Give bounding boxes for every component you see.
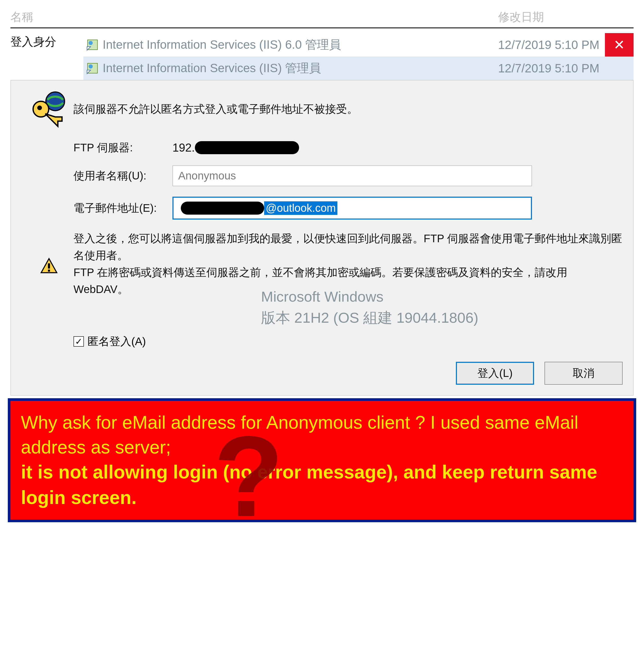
redacted-ip: [195, 141, 299, 154]
list-item-name: Internet Information Services (IIS) 6.0 …: [101, 37, 498, 53]
username-field[interactable]: Anonymous: [172, 165, 532, 186]
email-field[interactable]: @outlook.com: [172, 197, 532, 219]
checkbox-icon: ✓: [73, 336, 84, 347]
close-icon: ✕: [614, 37, 625, 53]
windows-version-watermark: Microsoft Windows 版本 21H2 (OS 組建 19044.1…: [261, 286, 478, 328]
annotation-line2: it is not allowing login (no error messa…: [21, 459, 623, 510]
cancel-button[interactable]: 取消: [545, 362, 623, 385]
shortcut-icon: [83, 38, 101, 51]
ms-line1: Microsoft Windows: [261, 286, 478, 307]
description-block: 登入之後，您可以將這個伺服器加到我的最愛，以便快速回到此伺服器。FTP 伺服器會…: [73, 230, 623, 298]
list-item-date: 12/7/2019 5:10 PM: [498, 61, 634, 75]
annotation-box: ? Why ask for eMail address for Anonymou…: [8, 398, 636, 522]
ftp-server-value: 192.: [172, 141, 623, 154]
list-item-iis6[interactable]: Internet Information Services (IIS) 6.0 …: [83, 33, 634, 56]
email-visible-part: @outlook.com: [264, 201, 337, 215]
col-spacer: [99, 9, 498, 25]
svg-point-1: [89, 41, 93, 45]
svg-point-3: [89, 64, 93, 69]
warning-icon: [40, 257, 59, 281]
server-error-text: 該伺服器不允許以匿名方式登入或電子郵件地址不被接受。: [73, 102, 358, 116]
svg-rect-8: [48, 263, 50, 268]
key-globe-icon: [21, 88, 73, 130]
col-name: 名稱: [10, 9, 99, 25]
ftp-server-label: FTP 伺服器:: [73, 140, 172, 155]
login-button-label: 登入(L): [477, 366, 512, 380]
desc-line-1: 登入之後，您可以將這個伺服器加到我的最愛，以便快速回到此伺服器。FTP 伺服器會…: [73, 232, 622, 261]
ftp-login-dialog: 該伺服器不允許以匿名方式登入或電子郵件地址不被接受。 FTP 伺服器: 192.…: [10, 80, 634, 396]
ms-line2: 版本 21H2 (OS 組建 19044.1806): [261, 307, 478, 328]
username-label: 使用者名稱(U):: [73, 168, 172, 183]
column-header: 名稱 修改日期: [10, 9, 634, 28]
login-button[interactable]: 登入(L): [456, 362, 534, 385]
cancel-button-label: 取消: [573, 366, 595, 380]
annotation-line1: Why ask for eMail address for Anonymous …: [21, 410, 623, 459]
email-label: 電子郵件地址(E):: [73, 201, 172, 215]
anonymous-checkbox-row[interactable]: ✓ 匿名登入(A): [73, 334, 623, 349]
anonymous-label: 匿名登入(A): [88, 334, 146, 349]
list-item-iis[interactable]: Internet Information Services (IIS) 管理員 …: [83, 56, 634, 80]
desc-line-2: FTP 在將密碼或資料傳送至伺服器之前，並不會將其加密或編碼。若要保護密碼及資料…: [73, 266, 568, 296]
shortcut-icon: [83, 62, 101, 75]
username-placeholder: Anonymous: [178, 169, 236, 182]
list-item-name: Internet Information Services (IIS) 管理員: [101, 60, 498, 76]
col-date: 修改日期: [498, 9, 634, 25]
close-button[interactable]: ✕: [605, 33, 634, 56]
ip-prefix: 192.: [172, 141, 195, 154]
svg-point-7: [37, 105, 42, 110]
svg-rect-9: [48, 269, 50, 272]
redacted-email: [181, 202, 264, 215]
login-identity-label: 登入身分: [10, 33, 83, 49]
